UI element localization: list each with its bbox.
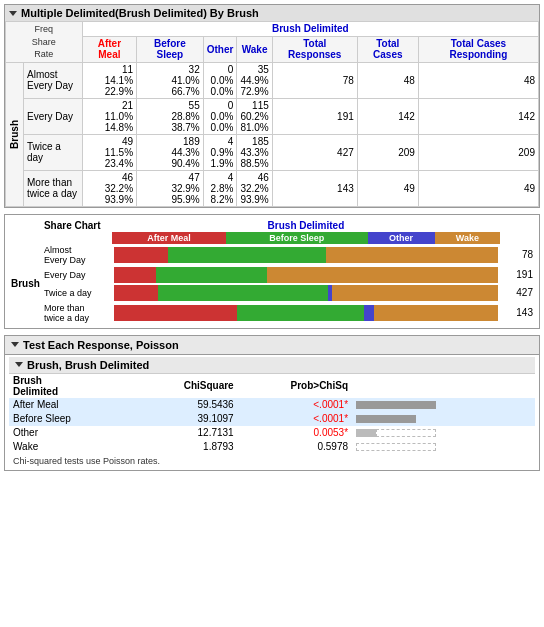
bar-almost-aftermeal [114, 247, 168, 263]
bar-more-wrapper [114, 305, 498, 321]
legend-wake: Wake [435, 232, 500, 244]
cell-everyday-beforesleep: 5528.8%38.7% [137, 98, 204, 134]
cell-everyday-total-resp: 191 [272, 98, 357, 134]
subsection-header: Brush, Brush Delimited [9, 357, 535, 374]
brush-delimited-span-header: Brush Delimited [82, 22, 538, 37]
chart-count-more: 143 [500, 302, 535, 324]
crosstab-title: Multiple Delimited(Brush Delimited) By B… [21, 7, 259, 19]
footnote: Chi-squared tests use Poisson rates. [9, 454, 535, 468]
chart-row-everyday: Every Day 191 [9, 266, 535, 284]
chart-table: Share Chart Brush Delimited After Meal B… [9, 219, 535, 324]
test-row-after-meal: After Meal 59.5436 <.0001* [9, 398, 535, 412]
test-panel-body: Brush, Brush Delimited BrushDelimited Ch… [5, 355, 539, 470]
bar-everyday-wake [267, 267, 498, 283]
subsection-title: Brush, Brush Delimited [27, 359, 149, 371]
test-col-header-label: BrushDelimited [9, 374, 131, 398]
test-bar-before-sleep [352, 412, 535, 426]
chart-count-everyday: 191 [500, 266, 535, 284]
top-left-cell: FreqShareRate [6, 22, 83, 63]
chart-row-label-everyday: Every Day [42, 266, 112, 284]
bar-more-wake [374, 305, 498, 321]
chart-bar-everyday [112, 266, 500, 284]
test-bar-after-meal [352, 398, 535, 412]
test-chi-wake: 1.8793 [131, 440, 238, 454]
chart-brush-label: Brush [9, 244, 42, 324]
chart-bar-almost [112, 244, 500, 266]
legend-before-sleep: Before Sleep [226, 232, 368, 244]
cell-almost-other: 00.0%0.0% [203, 62, 237, 98]
test-bar-wake [352, 440, 535, 454]
bar-almost-wrapper [114, 247, 498, 263]
bar-twice-beforesleep [158, 285, 328, 301]
test-prob-wake: 0.5978 [238, 440, 352, 454]
bar-more-other [364, 305, 375, 321]
cell-twice-total-cases-resp: 209 [418, 134, 538, 170]
table-row: Brush AlmostEvery Day 1114.1%22.9% 3241.… [6, 62, 539, 98]
cell-almost-total-cases: 48 [357, 62, 418, 98]
cell-everyday-total-cases: 142 [357, 98, 418, 134]
chart-row-label-twice: Twice a day [42, 284, 112, 302]
cell-twice-total-resp: 427 [272, 134, 357, 170]
legend-count-spacer [500, 232, 535, 244]
chart-row-almost: Brush AlmostEvery Day 78 [9, 244, 535, 266]
row-label-every-day: Every Day [24, 98, 83, 134]
table-row: Every Day 2111.0%14.8% 5528.8%38.7% 00.0… [6, 98, 539, 134]
header-row-1: FreqShareRate Brush Delimited [6, 22, 539, 37]
cell-almost-beforesleep: 3241.0%66.7% [137, 62, 204, 98]
cell-almost-aftermeal: 1114.1%22.9% [82, 62, 136, 98]
bar-everyday-aftermeal [114, 267, 156, 283]
chart-bar-twice [112, 284, 500, 302]
bar-almost-beforesleep [168, 247, 325, 263]
col-total-responses: Total Responses [272, 36, 357, 62]
test-prob-other: 0.0053* [238, 426, 352, 440]
legend-other: Other [368, 232, 435, 244]
test-col-header-prob: Prob>ChiSq [238, 374, 352, 398]
test-panel-title: Test Each Response, Poisson [23, 339, 179, 351]
col-total-cases: Total Cases [357, 36, 418, 62]
cell-twice-beforesleep: 18944.3%90.4% [137, 134, 204, 170]
chart-row-label-more: More thantwice a day [42, 302, 112, 324]
col-after-meal: After Meal [82, 36, 136, 62]
subsection-collapse-icon[interactable] [15, 362, 23, 367]
test-col-header-bar [352, 374, 535, 398]
test-table: BrushDelimited ChiSquare Prob>ChiSq Afte… [9, 374, 535, 454]
chart-count-header [500, 219, 535, 232]
cell-more-aftermeal: 4632.2%93.9% [82, 170, 136, 206]
cell-twice-other: 40.9%1.9% [203, 134, 237, 170]
test-bar-other [352, 426, 535, 440]
chart-brush-delimited-label: Brush Delimited [112, 219, 500, 232]
col-header-row: After Meal Before Sleep Other Wake Total… [6, 36, 539, 62]
test-label-wake: Wake [9, 440, 131, 454]
cell-more-total-resp: 143 [272, 170, 357, 206]
chart-header-row: Share Chart Brush Delimited [9, 219, 535, 232]
cell-more-other: 42.8%8.2% [203, 170, 237, 206]
test-bar-fill-before-sleep [356, 415, 416, 423]
brush-row-header: Brush [6, 62, 24, 206]
bar-more-aftermeal [114, 305, 238, 321]
bar-twice-wrapper [114, 285, 498, 301]
col-total-cases-responding: Total Cases Responding [418, 36, 538, 62]
collapse-icon[interactable] [9, 11, 17, 16]
bar-everyday-wrapper [114, 267, 498, 283]
cell-more-total-cases: 49 [357, 170, 418, 206]
chart-bar-more [112, 302, 500, 324]
chart-count-twice: 427 [500, 284, 535, 302]
chart-legend-row: After Meal Before Sleep Other Wake [9, 232, 535, 244]
test-collapse-icon[interactable] [11, 342, 19, 347]
chart-row-more: More thantwice a day 143 [9, 302, 535, 324]
cell-more-total-cases-resp: 49 [418, 170, 538, 206]
cell-everyday-other: 00.0%0.0% [203, 98, 237, 134]
test-label-before-sleep: Before Sleep [9, 412, 131, 426]
crosstab-panel-header: Multiple Delimited(Brush Delimited) By B… [5, 5, 539, 21]
test-chi-before-sleep: 39.1097 [131, 412, 238, 426]
cell-everyday-wake: 11560.2%81.0% [237, 98, 272, 134]
test-bar-dashed-other [376, 429, 436, 437]
cell-everyday-aftermeal: 2111.0%14.8% [82, 98, 136, 134]
cell-twice-total-cases: 209 [357, 134, 418, 170]
chart-row-label-almost: AlmostEvery Day [42, 244, 112, 266]
chart-row-twice: Twice a day 427 [9, 284, 535, 302]
test-prob-before-sleep: <.0001* [238, 412, 352, 426]
cell-twice-aftermeal: 4911.5%23.4% [82, 134, 136, 170]
test-col-header-chi: ChiSquare [131, 374, 238, 398]
test-chi-after-meal: 59.5436 [131, 398, 238, 412]
